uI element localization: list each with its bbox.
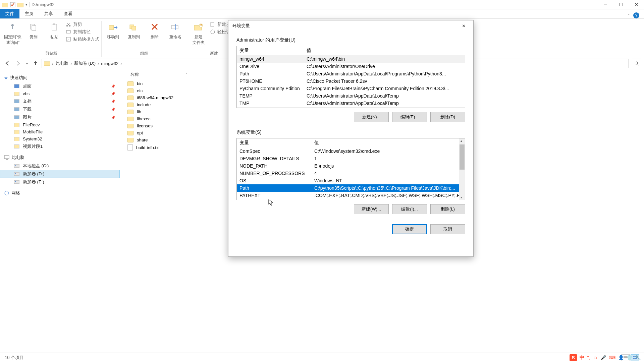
- dialog-title: 环境变量: [232, 23, 250, 29]
- user-vars-table[interactable]: 变量值 mingw_w64C:\mingw_w64\binOneDriveC:\…: [236, 46, 465, 108]
- sys-vars-table[interactable]: 变量值 ComSpecC:\Windows\system32\cmd.exeDE…: [236, 138, 465, 200]
- table-row[interactable]: ComSpecC:\Windows\system32\cmd.exe: [237, 147, 465, 155]
- ribbon-collapse-icon[interactable]: ˄: [628, 13, 630, 18]
- tab-home[interactable]: 主页: [19, 9, 39, 18]
- network-heading[interactable]: 网络: [0, 189, 120, 197]
- sidebar-item-MobileFile[interactable]: MobileFile: [0, 128, 120, 135]
- table-row[interactable]: TEMPC:\Users\Administrator\AppData\Local…: [237, 92, 465, 100]
- scrollbar[interactable]: ▴▾: [459, 138, 465, 200]
- quick-access-heading[interactable]: ★快速访问: [0, 73, 120, 82]
- sidebar-item-vbs[interactable]: vbs📌: [0, 90, 120, 97]
- table-row[interactable]: OSWindows_NT: [237, 177, 465, 184]
- table-row[interactable]: DEVMGR_SHOW_DETAILS1: [237, 155, 465, 162]
- user-edit-button[interactable]: 编辑(E)...: [392, 112, 427, 122]
- this-pc-heading[interactable]: 此电脑: [0, 153, 120, 162]
- sidebar-drive[interactable]: 本地磁盘 (C:): [0, 162, 120, 170]
- svg-rect-11: [109, 25, 114, 29]
- user-delete-button[interactable]: 删除(D): [430, 112, 465, 122]
- network-icon: [4, 191, 9, 195]
- sys-vars-heading: 系统变量(S): [236, 129, 465, 135]
- new-folder-button[interactable]: ✦新建 文件夹: [189, 21, 208, 46]
- tab-view[interactable]: 查看: [58, 9, 78, 18]
- paste-button[interactable]: 粘贴: [45, 21, 64, 40]
- search-button[interactable]: [632, 59, 641, 68]
- delete-icon: [151, 23, 159, 32]
- svg-rect-0: [2, 3, 8, 7]
- paste-icon: [50, 23, 59, 32]
- table-row[interactable]: mingw_w64C:\mingw_w64\bin: [237, 55, 465, 63]
- forward-button[interactable]: [13, 59, 23, 68]
- up-button[interactable]: [31, 59, 40, 68]
- table-row[interactable]: OneDriveC:\Users\Administrator\OneDrive: [237, 63, 465, 70]
- svg-rect-19: [211, 22, 214, 26]
- tab-file[interactable]: 文件: [0, 9, 19, 18]
- pc-icon: [4, 155, 9, 160]
- help-icon[interactable]: ?: [633, 12, 639, 18]
- minimize-button[interactable]: ─: [598, 0, 613, 9]
- recent-dropdown[interactable]: ▾: [24, 59, 30, 68]
- group-label-clipboard: 剪贴板: [45, 51, 57, 57]
- table-row[interactable]: NODE_PATHE:\nodejs: [237, 162, 465, 170]
- ribbon-tabs: 文件 主页 共享 查看 ˄ ?: [0, 9, 644, 19]
- search-icon: [634, 61, 639, 66]
- dialog-close-button[interactable]: ✕: [458, 21, 469, 31]
- sidebar-item-FileRecv[interactable]: FileRecv: [0, 121, 120, 128]
- crumb-drive[interactable]: 新加卷 (D:): [74, 60, 96, 66]
- close-button[interactable]: ✕: [629, 0, 644, 9]
- sidebar-item-下载[interactable]: 下载📌: [0, 105, 120, 113]
- sys-edit-button[interactable]: 编辑(I)...: [392, 204, 427, 214]
- new-folder-icon: ✦: [194, 23, 204, 32]
- table-row[interactable]: PATHEXT.COM;.EXE;.BAT;.CMD;.VBS;.VBE;.JS…: [237, 192, 465, 199]
- maximize-button[interactable]: ☐: [613, 0, 629, 9]
- table-row[interactable]: PT6HOMEC:\Cisco Packet Tracer 6.2sv: [237, 77, 465, 85]
- sidebar-drive[interactable]: 新加卷 (E:): [0, 178, 120, 186]
- crumb-pc[interactable]: 此电脑: [55, 60, 68, 66]
- sys-delete-button[interactable]: 删除(L): [430, 204, 465, 214]
- svg-rect-23: [4, 156, 9, 159]
- table-row[interactable]: PyCharm Community EditionC:\Program File…: [237, 85, 465, 92]
- sidebar-item-图片[interactable]: 图片📌: [0, 113, 120, 121]
- ok-button[interactable]: 确定: [392, 224, 427, 234]
- svg-rect-27: [14, 172, 19, 176]
- cancel-button[interactable]: 取消: [430, 224, 465, 234]
- group-label-new: 新建: [210, 51, 218, 57]
- pin-to-quick-access-button[interactable]: 固定到"快 速访问": [3, 21, 22, 46]
- open-folder-icon[interactable]: [17, 2, 23, 7]
- table-row[interactable]: PathC:\python35\Scripts\;C:\python35\;C:…: [237, 184, 465, 192]
- user-vars-heading: Administrator 的用户变量(U): [236, 37, 465, 43]
- sidebar-item-桌面[interactable]: 桌面📌: [0, 82, 120, 90]
- scissors-icon: [66, 22, 71, 27]
- new-item-icon: [210, 22, 215, 27]
- checkbox-icon[interactable]: [10, 2, 15, 7]
- table-row[interactable]: NUMBER_OF_PROCESSORS4: [237, 170, 465, 177]
- table-row[interactable]: PROCESSOR_ARCHITECTUREAMD64: [237, 199, 465, 200]
- cut-button[interactable]: 剪切: [66, 21, 99, 27]
- move-to-button[interactable]: 移动到: [104, 21, 122, 40]
- copy-to-button[interactable]: 复制到: [124, 21, 143, 40]
- svg-rect-4: [32, 25, 36, 31]
- svg-rect-9: [66, 31, 70, 33]
- title-bar: ▾ D:\mingw32 ─ ☐ ✕: [0, 0, 644, 9]
- table-row[interactable]: PathC:\Users\Administrator\AppData\Local…: [237, 70, 465, 77]
- qat-dropdown[interactable]: ▾: [25, 3, 27, 6]
- sidebar-item-文档[interactable]: 文档📌: [0, 97, 120, 105]
- svg-rect-6: [53, 23, 55, 25]
- crumb-folder[interactable]: mingw32: [101, 61, 118, 66]
- user-new-button[interactable]: 新建(N)...: [354, 112, 389, 122]
- delete-button[interactable]: 删除: [145, 21, 164, 40]
- tab-share[interactable]: 共享: [39, 9, 58, 18]
- column-name[interactable]: 名称: [130, 71, 139, 77]
- sidebar-item-System32[interactable]: System32: [0, 135, 120, 142]
- sys-new-button[interactable]: 新建(W)...: [354, 204, 389, 214]
- pin-icon: [8, 23, 17, 32]
- sidebar-drive[interactable]: 新加卷 (D:): [0, 170, 120, 178]
- copy-button[interactable]: 复制: [24, 21, 43, 40]
- back-button[interactable]: [3, 59, 12, 68]
- paste-shortcut-button[interactable]: 粘贴快捷方式: [66, 36, 99, 42]
- copy-path-button[interactable]: 复制路径: [66, 29, 99, 35]
- svg-rect-29: [14, 180, 19, 184]
- rename-button[interactable]: 重命名: [166, 21, 185, 40]
- table-row[interactable]: TMPC:\Users\Administrator\AppData\Local\…: [237, 100, 465, 107]
- sidebar-item-视频片段1[interactable]: 视频片段1: [0, 142, 120, 150]
- svg-text:✦: ✦: [199, 23, 203, 27]
